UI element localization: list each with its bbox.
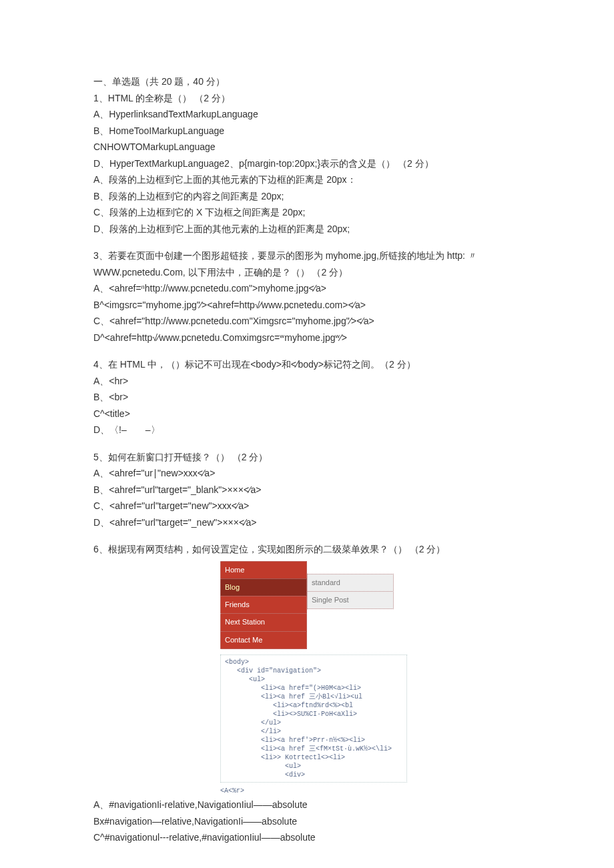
q1-opt-a: A、HyperlinksandTextMarkupLanguage — [93, 106, 521, 123]
code-line: <div id="navigation"> — [225, 667, 402, 675]
q6-opt-b: Bx#navigation—relative,NavigationIi——abs… — [93, 813, 521, 830]
code-line: <li><a href'>Prr∙n½<%><li> — [225, 736, 402, 745]
menu-item-home: Home — [220, 561, 307, 579]
q5-opt-b: B、<ahref="url"target="_blank">×××<∕a> — [93, 482, 521, 498]
q3-opt-c: C、<ahref="http://www.pcnetedu.com"Ximgsr… — [93, 313, 521, 330]
q3-stem-1: 3、若要在页面中创建一个图形超链接，要显示的图形为 myhome.jpg,所链接… — [93, 248, 521, 264]
code-line: <li><a href 三小Bl<√li><ul — [225, 693, 402, 701]
q5-opt-a: A、<ahref="ur∣"new>xxx<∕a> — [93, 465, 521, 482]
q2-opt-a: A、段落的上边框到它上面的其他元素的下边框的距离是 20px： — [93, 171, 521, 188]
q1-opt-d: D、HyperTextMarkupLanguage2、p{margin-top:… — [93, 155, 521, 172]
q3-opt-b: B^<imgsrc="myhome.jpg"∕><ahref=http√∕www… — [93, 297, 521, 314]
q6-figure-menu: Home Blog Friends Next Station Contact M… — [220, 562, 521, 649]
code-line: <ul> — [225, 762, 402, 771]
code-line: </li> — [225, 727, 402, 736]
code-line: <li><a href 三<fM×tSt·ù.wK½><\li> — [225, 745, 402, 753]
q5-opt-c: C、<ahref="url"target="new">xxx<∕a> — [93, 498, 521, 514]
menu-item-friends: Friends — [220, 596, 307, 614]
q6-opt-c: C^#navigationul---relative,#navigationIi… — [93, 829, 521, 846]
q6-stem: 6、根据现有网页结构，如何设置定位，实现如图所示的二级菜单效果？（） （2 分） — [93, 541, 521, 558]
q4-opt-a: A、<hr> — [93, 373, 521, 390]
q3-stem-2: WWW.pcnetedu.Com, 以下用法中，正确的是？（） （2 分） — [93, 264, 521, 281]
q4-stem: 4、在 HTML 中，（）标记不可出现在<body>和<∕body>标记符之间。… — [93, 356, 521, 373]
menu-item-contact-me: Contact Me — [220, 631, 307, 649]
q1-opt-c: CNHOWTOMarkupLanguage — [93, 139, 521, 155]
q1-opt-b: B、HomeTooIMarkupLanguage — [93, 123, 521, 139]
q4-opt-c: C^<title> — [93, 406, 521, 422]
q1-stem: 1、HTML 的全称是（） （2 分） — [93, 90, 521, 107]
menu-item-next-station: Next Station — [220, 613, 307, 631]
code-line: <ul> — [225, 675, 402, 684]
code-line-out: <A<%r> — [220, 785, 521, 797]
section-title: 一、单选题（共 20 题，40 分） — [93, 73, 521, 90]
q2-opt-d: D、段落的上边框到它上面的其他元素的上边框的距离是 20px; — [93, 221, 521, 238]
code-line: <li><>SU%CI·PoH<aXli> — [225, 710, 402, 719]
q3-opt-d: D^<ahref=http√∕www.pcnetedu.Comximgsrc=ʷ… — [93, 330, 521, 346]
q4-opt-d: D、〈!– –〉 — [93, 422, 521, 438]
q5-opt-d: D、<ahref="url"target="_new">×××<∕a> — [93, 514, 521, 531]
q2-opt-b: B、段落的上边框到它的内容之间距离是 20px; — [93, 188, 521, 205]
code-line: <div> — [225, 771, 402, 779]
q3-opt-a: A、<ahref=ⁿhttp://www.pcnetedu.com">myhom… — [93, 280, 521, 297]
q4-opt-b: B、<br> — [93, 389, 521, 406]
submenu-item-standard: standard — [307, 574, 394, 592]
menu-item-blog: Blog — [220, 578, 307, 596]
code-line: <li><a>ftnd%rd<%><bl — [225, 701, 402, 710]
submenu-item-single-post: Single Post — [307, 591, 394, 609]
q6-figure-code: <body> <div id="navigation"> <ul> <li><a… — [220, 655, 407, 783]
code-line: <body> — [225, 659, 249, 666]
code-line: <li>> Kotrtectl<><li> — [225, 753, 402, 762]
code-line: <li><a href="(>H0M<a><li> — [225, 684, 402, 693]
q2-opt-c: C、段落的上边框到它的 X 下边框之间距离是 20px; — [93, 204, 521, 221]
q5-stem: 5、如何在新窗口打开链接？（） （2 分） — [93, 449, 521, 466]
q6-opt-a: A、#navigationIi-relative,NavigationIiul—… — [93, 797, 521, 813]
code-line: </ul> — [225, 719, 402, 727]
